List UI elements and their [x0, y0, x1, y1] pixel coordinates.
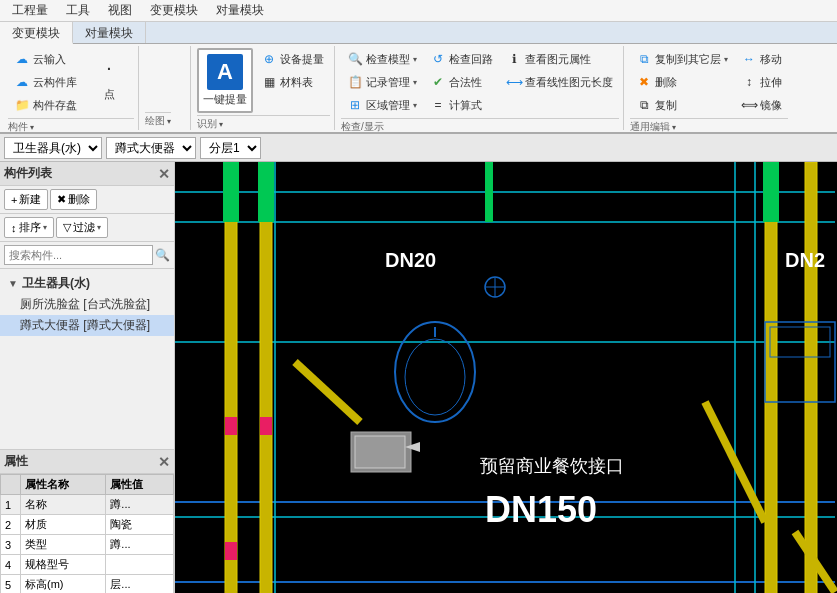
- prop-val-1[interactable]: 蹲...: [106, 495, 174, 515]
- btn-jingxiang[interactable]: ⟺ 镜像: [735, 94, 788, 116]
- prop-val-5[interactable]: 层...: [106, 575, 174, 594]
- area-icon: ⊞: [347, 97, 363, 113]
- btn-quyu-guanli[interactable]: ⊞ 区域管理 ▾: [341, 94, 423, 116]
- dropdown-layer[interactable]: 分层1: [200, 137, 261, 159]
- command-bar: 卫生器具(水) 蹲式大便器 分层1: [0, 134, 837, 162]
- prop-row: 3 类型 蹲...: [1, 535, 174, 555]
- group-chevron-gojian[interactable]: ▾: [30, 123, 34, 132]
- btn-yidong[interactable]: ↔ 移动: [735, 48, 788, 70]
- btn-fuzhi[interactable]: ⧉ 复制: [630, 94, 734, 116]
- col-num: [1, 475, 21, 495]
- search-box: 🔍: [0, 242, 174, 269]
- circuit-icon: ↺: [430, 51, 446, 67]
- cloud-store-icon: ☁: [14, 74, 30, 90]
- svg-text:DN150: DN150: [485, 489, 597, 530]
- group-chevron-shibie[interactable]: ▾: [219, 120, 223, 129]
- col-propname: 属性名称: [21, 475, 106, 495]
- btn-shebeitiliang[interactable]: ⊕ 设备提量: [255, 48, 330, 70]
- ribbon-group-tongyong: ⧉ 复制到其它层 ▾ ✖ 删除 ⧉ 复制 ↔: [626, 46, 792, 130]
- svg-rect-10: [225, 162, 237, 593]
- btn-cailiaobiao[interactable]: ▦ 材料表: [255, 71, 330, 93]
- table-icon: ▦: [261, 74, 277, 90]
- btn-goujianccuncun[interactable]: 📁 构件存盘: [8, 94, 83, 116]
- btn-jisuanshi[interactable]: = 计算式: [424, 94, 499, 116]
- group-label-gojian: 构件 ▾: [8, 118, 134, 134]
- group-chevron-huitu[interactable]: ▾: [167, 117, 171, 126]
- prop-val-4[interactable]: [106, 555, 174, 575]
- tree-item-xianlianbepn[interactable]: 厕所洗脸盆 [台式洗脸盆]: [0, 294, 174, 315]
- btn-yungoujiankul[interactable]: ☁ 云构件库: [8, 71, 83, 93]
- btn-new[interactable]: + 新建: [4, 189, 48, 210]
- new-icon: +: [11, 194, 17, 206]
- btn-dian[interactable]: · 点: [84, 48, 134, 107]
- btn-shanchu[interactable]: ✖ 删除: [630, 71, 734, 93]
- element-attr-icon: ℹ: [506, 51, 522, 67]
- svg-text:DN2: DN2: [785, 249, 825, 271]
- btn-jilu-guanli[interactable]: 📋 记录管理 ▾: [341, 71, 423, 93]
- search-icon[interactable]: 🔍: [155, 248, 170, 262]
- tab-duliang[interactable]: 对量模块: [73, 22, 146, 43]
- menu-gongju[interactable]: 工具: [58, 0, 98, 21]
- tree-item-category[interactable]: ▼ 卫生器具(水): [0, 273, 174, 294]
- dropdown-category[interactable]: 卫生器具(水): [4, 137, 102, 159]
- btn-sort[interactable]: ↕ 排序 ▾: [4, 217, 54, 238]
- tree-item-dunshi[interactable]: 蹲式大便器 [蹲式大便器]: [0, 315, 174, 336]
- properties-table: 属性名称 属性值 1 名称 蹲... 2 材质 陶瓷: [0, 474, 174, 593]
- group-label-tongyong: 通用编辑 ▾: [630, 118, 788, 134]
- svg-rect-19: [260, 417, 272, 435]
- btn-jiancha-moxing[interactable]: 🔍 检查模型 ▾: [341, 48, 423, 70]
- group-label-shibie: 识别 ▾: [197, 115, 330, 131]
- drawing-area[interactable]: DN20 DN2 预留商业餐饮接口 DN150: [175, 162, 837, 593]
- btn-lashen[interactable]: ↕ 拉伸: [735, 71, 788, 93]
- group-label-huitu: 绘图 ▾: [145, 112, 171, 128]
- cad-drawing: DN20 DN2 预留商业餐饮接口 DN150: [175, 162, 837, 593]
- tab-biangeng[interactable]: 变更模块: [0, 22, 73, 44]
- filter-icon: ▽: [63, 221, 71, 234]
- btn-delete[interactable]: ✖ 删除: [50, 189, 97, 210]
- prop-val-2[interactable]: 陶瓷: [106, 515, 174, 535]
- svg-rect-33: [355, 436, 405, 468]
- menu-duliangmokuai[interactable]: 对量模块: [208, 0, 272, 21]
- prop-row: 1 名称 蹲...: [1, 495, 174, 515]
- ribbon-group-jiancha: 🔍 检查模型 ▾ 📋 记录管理 ▾ ⊞ 区域管理 ▾: [337, 46, 624, 130]
- svg-text:DN20: DN20: [385, 249, 436, 271]
- panel-toolbar-sort: ↕ 排序 ▾ ▽ 过滤 ▾: [0, 214, 174, 242]
- props-close-btn[interactable]: ✕: [158, 454, 170, 470]
- col-propval: 属性值: [106, 475, 174, 495]
- component-list-header: 构件列表 ✕: [0, 162, 174, 186]
- panel-close-btn[interactable]: ✕: [158, 166, 170, 182]
- svg-rect-13: [805, 162, 817, 593]
- btn-chakan-tuyuan-shuxing[interactable]: ℹ 查看图元属性: [500, 48, 619, 70]
- main-content: 构件列表 ✕ + 新建 ✖ 删除 ↕ 排序 ▾ ▽ 过滤 ▾: [0, 162, 837, 593]
- menu-gongchengliang[interactable]: 工程量: [4, 0, 56, 21]
- btn-hefa-xing[interactable]: ✔ 合法性: [424, 71, 499, 93]
- menu-biangengmokuai[interactable]: 变更模块: [142, 0, 206, 21]
- btn-filter[interactable]: ▽ 过滤 ▾: [56, 217, 108, 238]
- svg-rect-14: [223, 162, 239, 222]
- prop-name-2: 材质: [21, 515, 106, 535]
- ribbon-tabs: 变更模块 对量模块: [0, 22, 837, 44]
- prop-val-3[interactable]: 蹲...: [106, 535, 174, 555]
- prop-num-2: 2: [1, 515, 21, 535]
- cloud-upload-icon: ☁: [14, 51, 30, 67]
- ribbon-toolbar: ☁ 云输入 ☁ 云构件库 📁 构件存盘 · 点: [0, 44, 837, 134]
- svg-rect-16: [485, 162, 493, 222]
- properties-panel: 属性 ✕ 属性名称 属性值 1 名称 蹲...: [0, 449, 174, 593]
- btn-fuzhi-qita-ceng[interactable]: ⧉ 复制到其它层 ▾: [630, 48, 734, 70]
- search-input[interactable]: [4, 245, 153, 265]
- stretch-icon: ↕: [741, 74, 757, 90]
- component-tree: ▼ 卫生器具(水) 厕所洗脸盆 [台式洗脸盆] 蹲式大便器 [蹲式大便器]: [0, 269, 174, 449]
- copy-layer-icon: ⧉: [636, 51, 652, 67]
- legal-icon: ✔: [430, 74, 446, 90]
- prop-name-4: 规格型号: [21, 555, 106, 575]
- prop-name-1: 名称: [21, 495, 106, 515]
- btn-chakan-xianxing-changdu[interactable]: ⟷ 查看线性图元长度: [500, 71, 619, 93]
- menu-shitu[interactable]: 视图: [100, 0, 140, 21]
- btn-yunshuru[interactable]: ☁ 云输入: [8, 48, 83, 70]
- group-chevron-tongyong[interactable]: ▾: [672, 123, 676, 132]
- menu-bar: 工程量 工具 视图 变更模块 对量模块: [0, 0, 837, 22]
- dropdown-component[interactable]: 蹲式大便器: [106, 137, 196, 159]
- btn-jiancha-huilu[interactable]: ↺ 检查回路: [424, 48, 499, 70]
- btn-yijitiliang[interactable]: A 一键提量: [197, 48, 253, 113]
- prop-row: 4 规格型号: [1, 555, 174, 575]
